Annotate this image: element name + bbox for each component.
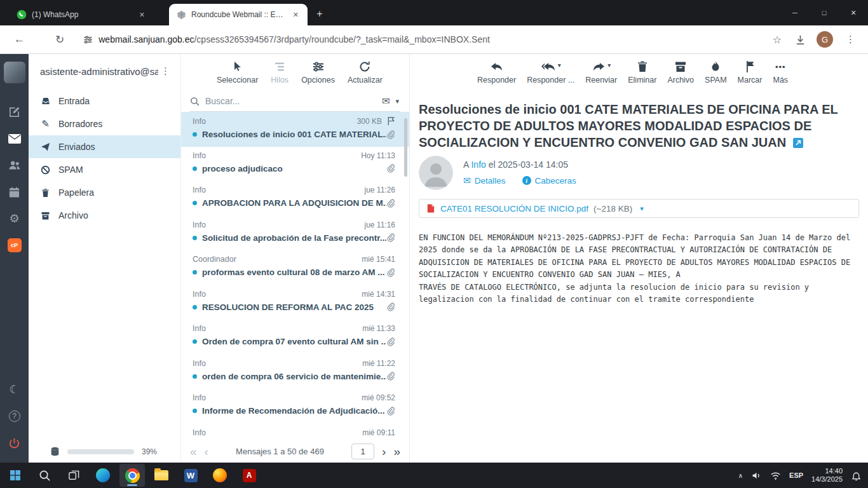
spam-button[interactable]: SPAM (705, 60, 727, 85)
forward-icon (592, 60, 606, 73)
options-button[interactable]: Opciones (301, 60, 335, 85)
message-list-item[interactable]: Coordinadormié 15:41 proformas evento cu… (181, 250, 409, 285)
language-indicator[interactable]: ESP (789, 471, 803, 479)
back-icon[interactable]: ← (6, 33, 32, 46)
compose-button[interactable] (8, 105, 20, 118)
message-date: mié 09:52 (362, 393, 395, 402)
folder-enviados[interactable]: Enviados (29, 135, 180, 158)
taskbar-clock[interactable]: 14:40 14/3/2025 (811, 467, 843, 484)
reply-button[interactable]: Responder (477, 60, 516, 85)
folder-borradores[interactable]: ✎ Borradores (29, 112, 180, 135)
start-button[interactable] (3, 464, 28, 487)
volume-icon[interactable] (751, 470, 762, 481)
word-button[interactable]: W (178, 464, 203, 487)
task-view-button[interactable] (61, 464, 86, 487)
forward-caret-icon[interactable]: ▾ (607, 62, 611, 69)
network-icon[interactable] (770, 470, 781, 481)
more-button[interactable]: ••• Más (773, 60, 788, 85)
reload-icon[interactable]: ↻ (48, 33, 72, 46)
browser-menu-icon[interactable]: ⋮ (839, 34, 862, 45)
refresh-button[interactable]: Actualizar (348, 60, 383, 85)
new-tab-button[interactable]: + (308, 8, 332, 25)
paperclip-icon (386, 337, 395, 346)
screen: (1) WhatsApp ✕ Roundcube Webmail :: Envi… (0, 0, 868, 488)
mail-nav-button[interactable] (8, 132, 21, 145)
last-page-icon[interactable]: » (393, 445, 400, 458)
profile-avatar[interactable]: G (817, 31, 833, 48)
file-explorer-button[interactable] (149, 464, 174, 487)
message-list-item[interactable]: Infomié 11:33 Orden de compra 07 evento … (181, 320, 409, 355)
forward-button[interactable]: ▾ Reenviar (585, 60, 617, 85)
window-close-icon[interactable]: ✕ (839, 0, 868, 25)
folder-spam[interactable]: SPAM (29, 158, 180, 181)
webmail-logo[interactable] (4, 62, 25, 83)
tab-whatsapp[interactable]: (1) WhatsApp ✕ (9, 4, 154, 25)
search-input[interactable] (205, 96, 376, 106)
calendar-nav-button[interactable] (8, 186, 20, 198)
cpanel-button[interactable]: cP (8, 239, 22, 252)
folder-entrada[interactable]: Entrada (29, 90, 180, 112)
url-field[interactable]: webmail.sanjuan.gob.ec/cpsess3265394567/… (83, 34, 767, 44)
body-line: EN FUNCION DEL MEMORÁNDUM Nº213-2025-GAD… (419, 232, 859, 244)
message-list-item[interactable]: Infomié 09:11 (181, 424, 409, 441)
message-date: jue 11:16 (365, 220, 396, 229)
list-scrollbar[interactable] (404, 118, 407, 177)
delete-button[interactable]: Eliminar (628, 60, 656, 85)
search-scope-icon[interactable]: ✉ (382, 95, 390, 107)
details-label: Detalles (475, 176, 506, 186)
unread-dot (193, 409, 197, 413)
tab-close-icon[interactable]: ✕ (137, 10, 147, 20)
search-options-chevron-icon[interactable]: ▾ (395, 97, 400, 105)
reply-all-button[interactable]: ▾ Responder ... (527, 60, 574, 85)
attachment-menu-caret-icon[interactable]: ▾ (640, 205, 644, 213)
window-maximize-icon[interactable]: □ (810, 0, 839, 25)
contacts-nav-button[interactable] (8, 159, 21, 172)
archive-button[interactable]: Archivo (667, 60, 694, 85)
account-menu-icon[interactable]: ⋮ (158, 65, 173, 77)
message-list-item[interactable]: Infomié 11:22 orden de compra 06 servici… (181, 355, 409, 390)
next-page-icon[interactable]: › (382, 445, 386, 458)
message-list-item[interactable]: Infojue 11:26 APROBACION PARA LA ADQUISI… (181, 181, 409, 216)
notifications-bell-icon[interactable] (851, 470, 862, 481)
help-button[interactable]: ? (9, 410, 20, 423)
tab-close-icon[interactable]: ✕ (290, 10, 301, 20)
open-in-new-window-icon[interactable] (793, 138, 803, 151)
message-list-item[interactable]: Infomié 14:31 RESOLUCION DE REFORMA AL P… (181, 285, 409, 320)
sender-link[interactable]: Info (471, 159, 485, 170)
firefox-button[interactable] (207, 464, 233, 487)
folder-archivo[interactable]: Archivo (29, 204, 180, 227)
acrobat-icon: A (243, 469, 256, 482)
edge-button[interactable] (90, 464, 116, 487)
message-list-item[interactable]: InfoHoy 11:13 proceso adjudicaco (181, 147, 409, 182)
downloads-icon[interactable] (794, 34, 806, 46)
logout-button[interactable] (8, 437, 20, 449)
settings-nav-button[interactable]: ⚙ (9, 212, 19, 225)
acrobat-button[interactable]: A (236, 464, 262, 487)
chrome-button[interactable] (119, 464, 145, 487)
paperclip-icon (386, 407, 395, 416)
hidden-icons-chevron-icon[interactable]: ∧ (738, 472, 743, 479)
tab-roundcube[interactable]: Roundcube Webmail :: Enviad... ✕ (169, 4, 308, 25)
bookmark-star-icon[interactable]: ☆ (768, 34, 787, 46)
dark-mode-button[interactable]: ☾ (9, 383, 19, 396)
taskbar-search-button[interactable] (32, 464, 57, 487)
details-link[interactable]: ✉Detalles (463, 175, 506, 186)
message-list-item[interactable]: Infomié 09:52 Informe de Recomendación d… (181, 389, 409, 424)
attachment-name[interactable]: CATE01 RESOLUCIÓN DE INICIO.pdf (440, 204, 588, 214)
site-info-icon[interactable] (83, 35, 93, 44)
window-minimize-icon[interactable]: ─ (780, 0, 810, 25)
folder-papelera[interactable]: Papelera (29, 181, 180, 204)
flag-icon[interactable] (387, 116, 395, 126)
select-button[interactable]: Seleccionar (217, 60, 258, 85)
account-header[interactable]: asistente-administrativo@sa... ⋮ (29, 54, 180, 85)
app-rail: ⚙ cP ☾ ? (0, 54, 29, 463)
reply-all-caret-icon[interactable]: ▾ (558, 62, 561, 69)
mark-button[interactable]: Marcar (738, 60, 763, 85)
prev-page-icon: ‹ (205, 445, 208, 458)
message-list-item[interactable]: Infojue 11:16 Solicitud de aprobación de… (181, 216, 409, 251)
attachment-bar[interactable]: CATE01 RESOLUCIÓN DE INICIO.pdf (~218 KB… (419, 199, 859, 218)
headers-link[interactable]: iCabeceras (522, 176, 576, 186)
message-date: jue 11:26 (365, 186, 396, 194)
page-number-input[interactable] (351, 444, 374, 459)
message-list-item[interactable]: Info 300 KB Resoluciones de inicio 001 C… (181, 112, 409, 147)
